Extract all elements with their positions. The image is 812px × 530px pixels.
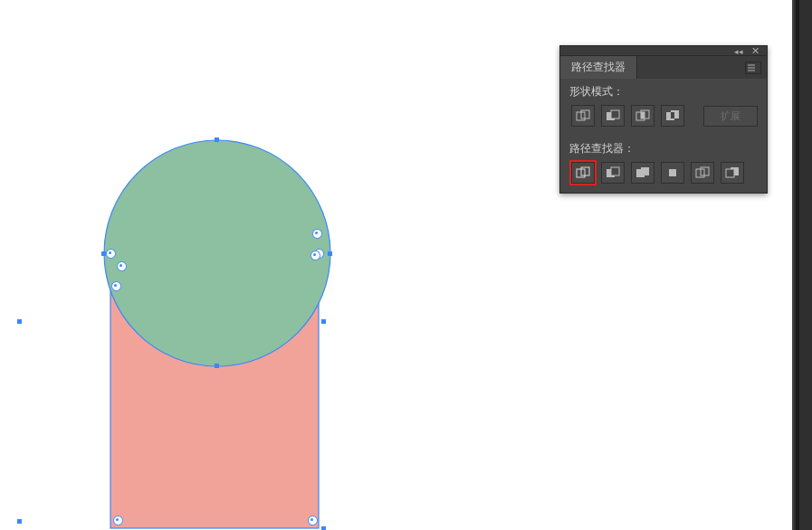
svg-rect-16 bbox=[669, 169, 676, 176]
expand-button: 扩展 bbox=[703, 106, 758, 127]
anchor-point[interactable] bbox=[113, 516, 123, 525]
divide-button[interactable] bbox=[571, 162, 595, 184]
scrollbar-thumb[interactable] bbox=[796, 0, 799, 530]
circle-shape[interactable] bbox=[104, 140, 330, 366]
merge-button[interactable] bbox=[631, 162, 654, 184]
anchor-point[interactable] bbox=[111, 281, 121, 291]
svg-rect-3 bbox=[611, 110, 619, 118]
anchor-point[interactable] bbox=[117, 261, 127, 271]
svg-rect-6 bbox=[641, 112, 645, 118]
svg-rect-20 bbox=[726, 169, 734, 177]
app-root: ◂◂ ✕ 路径查找器 形状模式： bbox=[0, 0, 812, 530]
intersect-button[interactable] bbox=[631, 105, 654, 127]
panel-menu-icon[interactable] bbox=[745, 62, 761, 74]
pathfinders-label: 路径查找器： bbox=[569, 141, 759, 156]
crop-button[interactable] bbox=[661, 162, 684, 184]
unite-button[interactable] bbox=[571, 105, 595, 127]
trim-button[interactable] bbox=[601, 162, 625, 184]
shape-modes-label: 形状模式： bbox=[569, 84, 759, 99]
outline-button[interactable] bbox=[691, 162, 714, 184]
anchor-point[interactable] bbox=[308, 516, 318, 525]
handle[interactable] bbox=[328, 251, 332, 256]
minus-front-button[interactable] bbox=[601, 105, 625, 127]
handle[interactable] bbox=[321, 319, 326, 324]
anchor-point[interactable] bbox=[312, 229, 322, 239]
scrollbar-track bbox=[792, 0, 794, 530]
handle[interactable] bbox=[321, 526, 326, 530]
expand-label: 扩展 bbox=[721, 109, 740, 123]
tab-pathfinder[interactable]: 路径查找器 bbox=[560, 56, 637, 79]
handle[interactable] bbox=[215, 137, 219, 142]
exclude-button[interactable] bbox=[661, 105, 684, 127]
collapse-chevrons-icon[interactable]: ◂◂ bbox=[734, 47, 743, 56]
shape-modes-row: 扩展 bbox=[569, 105, 759, 134]
pathfinder-panel: ◂◂ ✕ 路径查找器 形状模式： bbox=[559, 45, 768, 194]
minus-back-button[interactable] bbox=[721, 162, 744, 184]
anchor-point[interactable] bbox=[106, 249, 116, 259]
section-pathfinders: 路径查找器： bbox=[560, 136, 767, 193]
pathfinders-row bbox=[569, 162, 759, 191]
handle[interactable] bbox=[17, 519, 22, 524]
svg-rect-9 bbox=[671, 112, 674, 118]
anchor-point[interactable] bbox=[310, 251, 320, 260]
handle[interactable] bbox=[215, 364, 219, 368]
tab-label: 路径查找器 bbox=[571, 60, 626, 75]
svg-rect-15 bbox=[641, 167, 649, 175]
panel-titlebar[interactable]: ◂◂ ✕ bbox=[560, 46, 767, 56]
handle[interactable] bbox=[17, 319, 22, 324]
section-shape-modes: 形状模式： 扩展 bbox=[560, 79, 767, 136]
scrollbar-right[interactable] bbox=[792, 0, 812, 530]
svg-rect-13 bbox=[611, 167, 619, 175]
tab-row: 路径查找器 bbox=[560, 56, 767, 79]
